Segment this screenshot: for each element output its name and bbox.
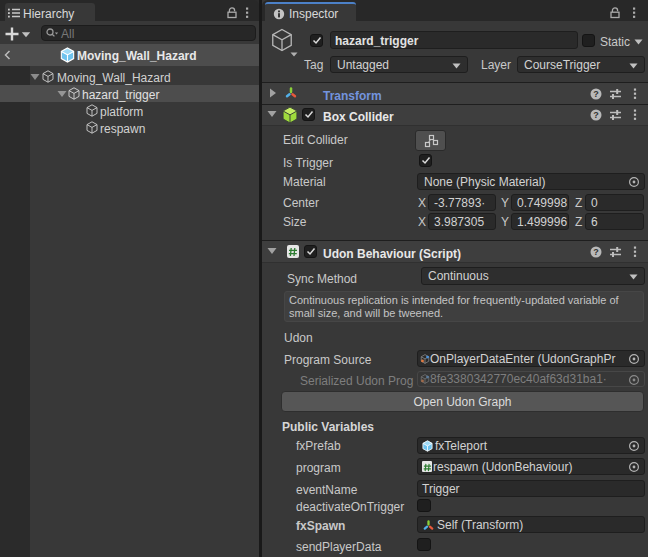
svg-text:?: ? bbox=[593, 110, 599, 120]
svg-text:?: ? bbox=[593, 89, 599, 99]
svg-text:?: ? bbox=[593, 247, 599, 257]
